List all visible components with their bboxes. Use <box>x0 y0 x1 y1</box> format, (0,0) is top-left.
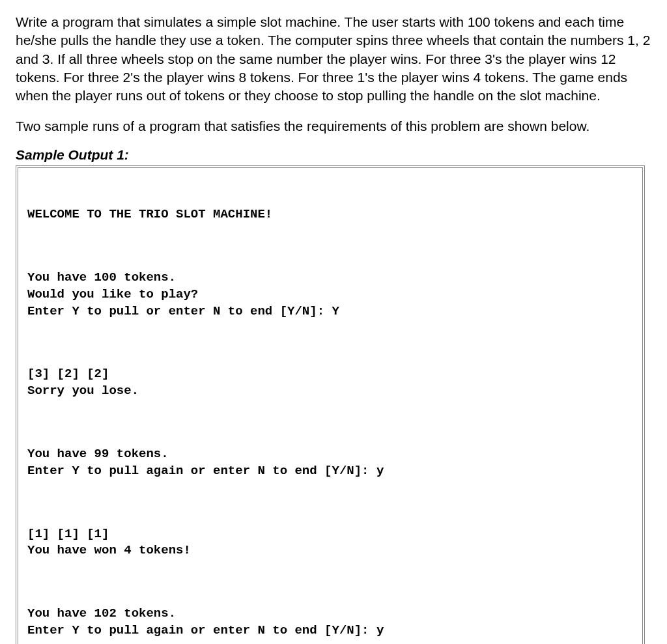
problem-paragraph-1: Write a program that simulates a simple … <box>16 13 651 105</box>
sample-line: You have 99 tokens. Enter Y to pull agai… <box>27 446 633 479</box>
sample-line: You have 102 tokens. Enter Y to pull aga… <box>27 606 633 639</box>
sample-output-1-box: WELCOME TO THE TRIO SLOT MACHINE! You ha… <box>16 165 645 644</box>
problem-paragraph-2: Two sample runs of a program that satisf… <box>16 117 651 135</box>
sample-line: [1] [1] [1] You have won 4 tokens! <box>27 526 633 559</box>
sample-line: You have 100 tokens. Would you like to p… <box>27 270 633 320</box>
sample-line: WELCOME TO THE TRIO SLOT MACHINE! <box>27 206 633 223</box>
sample-output-1-label: Sample Output 1: <box>16 147 651 163</box>
sample-line: [3] [2] [2] Sorry you lose. <box>27 366 633 399</box>
